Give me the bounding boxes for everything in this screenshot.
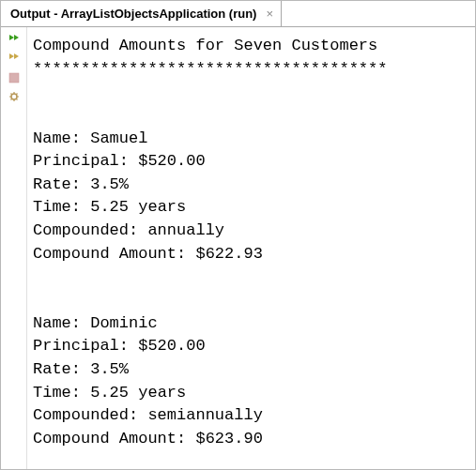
customer-compounded: Compounded: semiannually <box>33 406 263 424</box>
customer-name: Name: Dominic <box>33 314 158 332</box>
customer-time: Time: 5.25 years <box>33 198 186 216</box>
svg-rect-0 <box>9 73 19 83</box>
close-icon[interactable]: × <box>264 7 275 21</box>
output-divider: ************************************* <box>33 60 387 78</box>
settings-icon[interactable] <box>7 89 22 104</box>
stop-icon[interactable] <box>7 70 22 85</box>
customer-amount: Compound Amount: $622.93 <box>33 245 263 263</box>
tab-bar: Output - ArrayListObjectsApplication (ru… <box>1 1 475 27</box>
run-again-icon[interactable] <box>7 52 22 67</box>
run-icon[interactable] <box>7 33 22 48</box>
customer-time: Time: 5.25 years <box>33 384 186 402</box>
output-header: Compound Amounts for Seven Customers <box>33 37 377 54</box>
customer-name: Name: Samuel <box>33 129 147 147</box>
main-area: Compound Amounts for Seven Customers ***… <box>1 27 475 469</box>
customer-rate: Rate: 3.5% <box>33 360 129 378</box>
customer-rate: Rate: 3.5% <box>33 175 129 193</box>
gutter <box>1 27 27 469</box>
tab-title: Output - ArrayListObjectsApplication (ru… <box>10 7 256 21</box>
console-output[interactable]: Compound Amounts for Seven Customers ***… <box>27 27 475 469</box>
customer-principal: Principal: $520.00 <box>33 337 206 355</box>
output-tab[interactable]: Output - ArrayListObjectsApplication (ru… <box>1 1 282 26</box>
customer-compounded: Compounded: annually <box>33 221 224 239</box>
customer-amount: Compound Amount: $623.90 <box>33 430 263 447</box>
customer-principal: Principal: $520.00 <box>33 152 206 170</box>
